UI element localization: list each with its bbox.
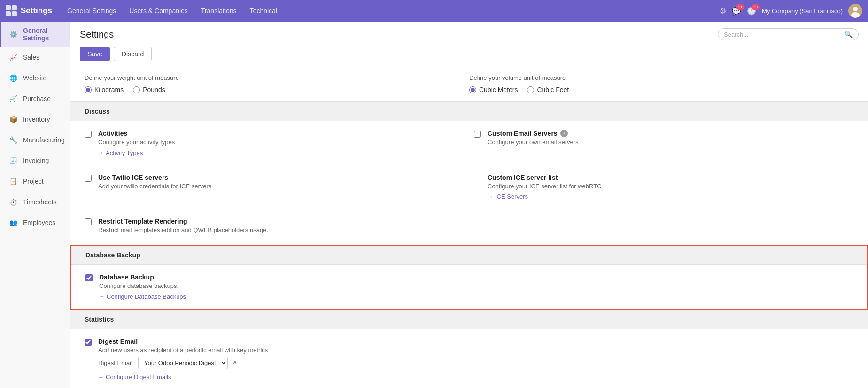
configure-db-backups-link[interactable]: → Configure Database Backups xyxy=(99,293,186,300)
digest-email-row: Digest Email Add new users as recipient … xyxy=(85,329,854,388)
custom-ice-desc: Configure your ICE server list for webRT… xyxy=(488,183,854,190)
database-backup-checkbox[interactable] xyxy=(85,274,93,281)
empty-col xyxy=(474,217,854,236)
purchase-icon: 🛒 xyxy=(8,93,18,104)
topnav-item-technical[interactable]: Technical xyxy=(244,4,283,17)
ice-servers-link-label: ICE Servers xyxy=(495,193,528,200)
digest-email-desc: Add new users as recipient of a periodic… xyxy=(98,347,854,354)
custom-email-title: Custom Email Servers ? xyxy=(488,130,854,137)
sidebar-item-purchase[interactable]: 🛒 Purchase xyxy=(0,88,70,109)
discuss-row-2: Use Twilio ICE servers Add your twilio c… xyxy=(85,165,854,210)
app-logo[interactable]: Settings xyxy=(6,5,52,16)
sidebar-item-sales[interactable]: 📈 Sales xyxy=(0,47,70,68)
configure-digest-emails-label: Configure Digest Emails xyxy=(106,373,171,380)
company-selector[interactable]: My Company (San Francisco) xyxy=(762,8,843,15)
sidebar-item-manufacturing[interactable]: 🔧 Manufacturing xyxy=(0,130,70,150)
database-backup-col: Database Backup Configure database backu… xyxy=(85,273,465,300)
project-icon: 📋 xyxy=(8,176,18,186)
sidebar-item-label: General Settings xyxy=(23,27,63,42)
weight-measure-col: Define your weight unit of measure Kilog… xyxy=(85,74,469,93)
weight-kg-option[interactable]: Kilograms xyxy=(85,86,124,93)
settings-area: Define your weight unit of measure Kilog… xyxy=(70,67,868,388)
restrict-template-info: Restrict Template Rendering Restrict mai… xyxy=(98,217,465,236)
chat-badge: 11 xyxy=(736,4,744,10)
custom-email-info: Custom Email Servers ? Configure your ow… xyxy=(488,130,854,156)
sidebar-item-inventory[interactable]: 📦 Inventory xyxy=(0,109,70,130)
custom-email-desc: Configure your own email servers xyxy=(488,139,854,146)
discuss-row-1: Activities Configure your activity types… xyxy=(85,121,854,165)
page-wrapper: ⚙️ General Settings 📈 Sales 🌐 Website 🛒 … xyxy=(0,22,868,388)
restrict-template-desc: Restrict mail templates edition and QWEB… xyxy=(98,226,465,233)
activity-btn[interactable]: 🕐 13 xyxy=(747,7,756,16)
volume-m3-radio[interactable] xyxy=(469,86,476,93)
digest-email-select[interactable]: Your Odoo Periodic Digest xyxy=(138,357,228,369)
digest-email-checkbox[interactable] xyxy=(85,339,92,346)
topnav-menu: General Settings Users & Companies Trans… xyxy=(62,4,720,17)
sidebar-item-label: Timesheets xyxy=(23,198,57,206)
page-title: Settings xyxy=(80,29,114,40)
topnav-item-general-settings[interactable]: General Settings xyxy=(62,4,122,17)
weight-lbs-radio[interactable] xyxy=(133,86,140,93)
main-content: Settings 🔍 Save Discard Define your weig… xyxy=(70,22,868,388)
discard-button[interactable]: Discard xyxy=(114,47,152,61)
sidebar-item-label: Sales xyxy=(23,54,39,61)
topnav-item-users-companies[interactable]: Users & Companies xyxy=(124,4,194,17)
sidebar-item-project[interactable]: 📋 Project xyxy=(0,171,70,192)
twilio-info: Use Twilio ICE servers Add your twilio c… xyxy=(98,174,465,201)
custom-email-col: Custom Email Servers ? Configure your ow… xyxy=(474,130,854,156)
svg-point-1 xyxy=(853,7,858,11)
volume-ft3-label: Cubic Feet xyxy=(537,86,569,93)
topnav-item-translations[interactable]: Translations xyxy=(195,4,242,17)
action-bar: Save Discard xyxy=(70,44,868,67)
sidebar-item-label: Employees xyxy=(23,219,55,226)
activities-checkbox[interactable] xyxy=(85,131,92,138)
activities-title: Activities xyxy=(98,130,465,137)
discuss-row-3: Restrict Template Rendering Restrict mai… xyxy=(85,209,854,245)
restrict-template-title: Restrict Template Rendering xyxy=(98,217,465,225)
general-settings-icon: ⚙️ xyxy=(8,29,18,39)
sidebar-item-label: Purchase xyxy=(23,95,51,102)
weight-lbs-option[interactable]: Pounds xyxy=(133,86,165,93)
employees-icon: 👥 xyxy=(8,217,18,228)
save-button[interactable]: Save xyxy=(80,47,110,61)
sidebar-item-general-settings[interactable]: ⚙️ General Settings xyxy=(0,22,70,47)
sidebar-item-employees[interactable]: 👥 Employees xyxy=(0,212,70,233)
custom-ice-title: Custom ICE server list xyxy=(488,174,854,181)
chat-notifications-btn[interactable]: 💬 11 xyxy=(732,7,741,16)
user-avatar[interactable] xyxy=(848,4,862,18)
database-backup-settings-content: Database Backup Configure database backu… xyxy=(71,265,867,309)
discuss-settings-content: Activities Configure your activity types… xyxy=(70,121,868,245)
invoicing-icon: 🧾 xyxy=(8,155,18,166)
external-link-icon[interactable]: ↗ xyxy=(232,359,237,366)
empty-col-2 xyxy=(474,273,853,300)
statistics-section: Statistics Digest Email Add new users as… xyxy=(70,310,868,388)
restrict-template-col: Restrict Template Rendering Restrict mai… xyxy=(85,217,465,236)
sidebar-item-timesheets[interactable]: ⏱️ Timesheets xyxy=(0,192,70,212)
activity-types-link[interactable]: → Activity Types xyxy=(98,149,143,156)
weight-kg-radio[interactable] xyxy=(85,86,92,93)
volume-m3-option[interactable]: Cubic Meters xyxy=(469,86,518,93)
search-icon[interactable]: 🔍 xyxy=(845,31,852,38)
settings-icon-btn[interactable]: ⚙ xyxy=(720,7,726,16)
volume-radio-group: Cubic Meters Cubic Feet xyxy=(469,86,854,93)
custom-email-checkbox[interactable] xyxy=(474,131,481,138)
twilio-desc: Add your twilio credentials for ICE serv… xyxy=(98,183,465,190)
sidebar-item-invoicing[interactable]: 🧾 Invoicing xyxy=(0,150,70,171)
help-icon[interactable]: ? xyxy=(560,130,568,137)
ice-servers-link[interactable]: → ICE Servers xyxy=(488,193,528,200)
volume-ft3-option[interactable]: Cubic Feet xyxy=(527,86,569,93)
twilio-checkbox-wrap xyxy=(85,175,92,201)
weight-kg-label: Kilograms xyxy=(94,86,124,93)
search-input[interactable] xyxy=(724,31,845,38)
database-backup-section-header: Database Backup xyxy=(71,246,867,265)
database-backup-info: Database Backup Configure database backu… xyxy=(99,273,465,300)
arrow-icon: → xyxy=(98,374,104,380)
activity-types-link-label: Activity Types xyxy=(106,149,143,156)
volume-ft3-radio[interactable] xyxy=(527,86,534,93)
twilio-checkbox[interactable] xyxy=(85,175,92,182)
configure-digest-emails-link[interactable]: → Configure Digest Emails xyxy=(98,373,171,380)
sidebar-item-website[interactable]: 🌐 Website xyxy=(0,68,70,88)
restrict-template-checkbox[interactable] xyxy=(85,218,92,225)
custom-ice-col: Custom ICE server list Configure your IC… xyxy=(474,174,854,201)
twilio-title: Use Twilio ICE servers xyxy=(98,174,465,181)
